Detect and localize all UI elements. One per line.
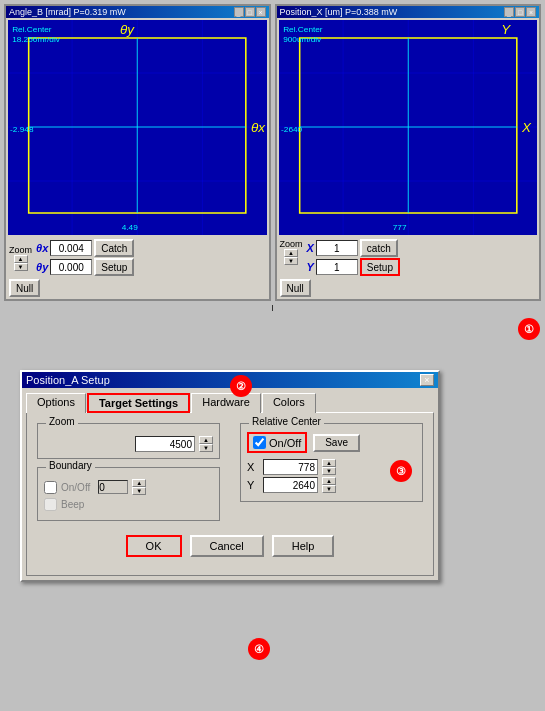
boundary-spin-down[interactable]: ▼ [132,487,146,495]
zoom-down-left[interactable]: ▼ [14,263,28,271]
theta-y-label: θy [36,261,48,273]
y-spin-down[interactable]: ▼ [322,485,336,493]
dialog-buttons: OK Cancel Help [37,529,423,565]
svg-text:θx: θx [251,120,265,135]
null-button-left[interactable]: Null [9,279,40,297]
zoom-spin-down[interactable]: ▼ [199,444,213,452]
zoom-up-left[interactable]: ▲ [14,255,28,263]
x-coord-label: X [247,461,259,473]
catch-button-right[interactable]: catch [360,239,398,257]
zoom-up-right[interactable]: ▲ [284,249,298,257]
scope-minimize-left[interactable]: _ [234,7,244,17]
x-spin-up[interactable]: ▲ [322,459,336,467]
scope-title-right: Position_X [um] P=0.388 mW [280,7,398,17]
scope-close-right[interactable]: × [526,7,536,17]
zoom-input[interactable] [135,436,195,452]
catch-button-left[interactable]: Catch [94,239,134,257]
onoff-checkbox-container: On/Off [247,432,307,453]
y-spin-up[interactable]: ▲ [322,477,336,485]
tab-target-settings[interactable]: Target Settings [87,393,190,413]
x-input[interactable] [316,240,358,256]
zoom-arrows-left: ▲ ▼ [14,255,28,271]
scope-titlebar-buttons-left: _ □ × [234,7,266,17]
null-row-right: Null [277,278,540,299]
scope-titlebar-left: Angle_B [mrad] P=0.319 mW _ □ × [6,6,269,18]
y-coord-row: Y ▲ ▼ [247,477,416,493]
dialog-body: Zoom ▲ ▼ Boundary On/Off [37,423,423,529]
setup-button-right[interactable]: Setup [360,258,400,276]
scope-svg-left: Rel.Center 18.256mr/div θy θx -2.948 4.4… [8,20,267,235]
theta-y-input[interactable] [50,259,92,275]
svg-text:Y: Y [501,22,511,37]
theta-y-row: θy Setup [36,258,134,276]
boundary-spinner: ▲ ▼ [132,479,146,495]
x-row: X catch [307,239,400,257]
scope-minimize-right[interactable]: _ [504,7,514,17]
scope-controls-right: Zoom ▲ ▼ X catch Y Setup [277,237,540,278]
svg-text:900um/div: 900um/div [283,35,322,44]
zoom-spin-up[interactable]: ▲ [199,436,213,444]
zoom-down-right[interactable]: ▼ [284,257,298,265]
boundary-group-label: Boundary [46,460,95,471]
boundary-onoff-checkbox[interactable] [44,481,57,494]
top-section: Angle_B [mrad] P=0.319 mW _ □ × [0,0,545,305]
svg-text:777: 777 [392,223,406,232]
null-button-right[interactable]: Null [280,279,311,297]
scope-display-right: Rel.Center 900um/div Y X -2640 777 [279,20,538,235]
theta-x-label: θx [36,242,48,254]
svg-text:Rel.Center: Rel.Center [283,25,323,34]
zoom-group-label: Zoom [46,416,78,427]
scope-close-left[interactable]: × [256,7,266,17]
tab-options[interactable]: Options [26,393,86,413]
zoom-spinner: ▲ ▼ [199,436,213,452]
y-label: Y [307,261,314,273]
scope-titlebar-buttons-right: _ □ × [504,7,536,17]
onoff-checkbox[interactable] [253,436,266,449]
scope-zoom-right: Zoom ▲ ▼ [280,239,303,265]
badge-4: ④ [248,638,270,660]
dialog-content: Zoom ▲ ▼ Boundary On/Off [26,412,434,576]
badge-2: ② [230,375,252,397]
connector [0,305,545,311]
help-button[interactable]: Help [272,535,335,557]
zoom-label-left: Zoom [9,245,32,255]
boundary-onoff-row: On/Off ▲ ▼ [44,479,213,495]
tab-colors[interactable]: Colors [262,393,316,413]
scope-titlebar-right: Position_X [um] P=0.388 mW _ □ × [277,6,540,18]
zoom-arrows-right: ▲ ▼ [284,249,298,265]
scope-controls-left: Zoom ▲ ▼ θx Catch θy Setup [6,237,269,278]
x-spin-down[interactable]: ▼ [322,467,336,475]
ok-button[interactable]: OK [126,535,182,557]
dialog-left-column: Zoom ▲ ▼ Boundary On/Off [37,423,220,529]
svg-text:4.49: 4.49 [122,223,139,232]
setup-button-left[interactable]: Setup [94,258,134,276]
x-coord-input[interactable] [263,459,318,475]
boundary-spin-up[interactable]: ▲ [132,479,146,487]
x-spinner: ▲ ▼ [322,459,336,475]
y-coord-label: Y [247,479,259,491]
scope-maximize-left[interactable]: □ [245,7,255,17]
null-row-left: Null [6,278,269,299]
dialog-close-button[interactable]: × [420,374,434,386]
boundary-value-input[interactable] [98,480,128,494]
badge-3: ③ [390,460,412,482]
relative-center-label: Relative Center [249,416,324,427]
tab-hardware[interactable]: Hardware [191,393,261,413]
zoom-label-right: Zoom [280,239,303,249]
scope-maximize-right[interactable]: □ [515,7,525,17]
save-button[interactable]: Save [313,434,360,452]
cancel-button[interactable]: Cancel [190,535,264,557]
scope-window-left: Angle_B [mrad] P=0.319 mW _ □ × [4,4,271,301]
zoom-group: Zoom ▲ ▼ [37,423,220,459]
scope-display-left: Rel.Center 18.256mr/div θy θx -2.948 4.4… [8,20,267,235]
boundary-beep-checkbox[interactable] [44,498,57,511]
boundary-beep-row: Beep [44,498,213,511]
y-input[interactable] [316,259,358,275]
y-row: Y Setup [307,258,400,276]
xy-fields-right: X catch Y Setup [307,239,400,276]
theta-x-input[interactable] [50,240,92,256]
setup-dialog: Position_A Setup × Options Target Settin… [20,370,440,582]
onoff-row: On/Off Save [247,432,416,453]
scope-title-left: Angle_B [mrad] P=0.319 mW [9,7,126,17]
y-coord-input[interactable] [263,477,318,493]
